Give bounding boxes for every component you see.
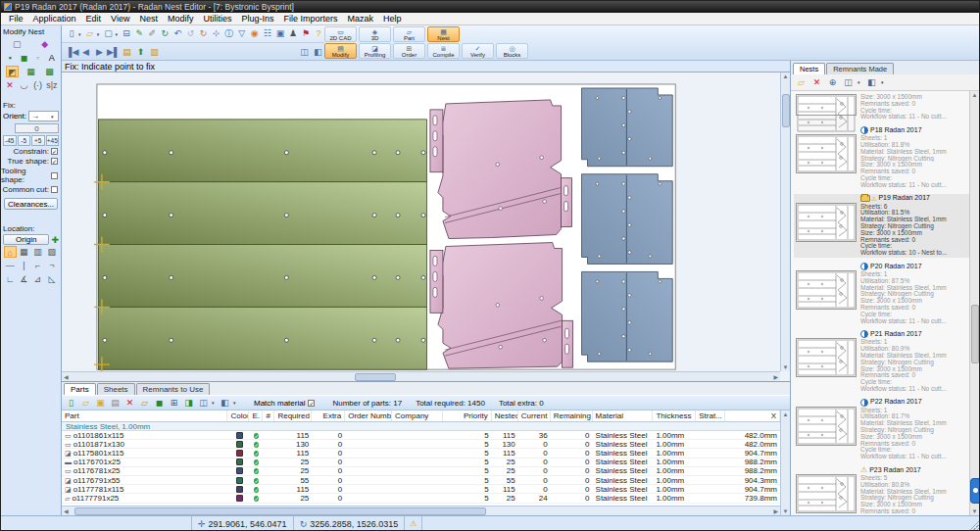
resize-grip[interactable]: [967, 518, 979, 530]
nest-entry[interactable]: ⚠P19 Radan 2017Sheets: 6Utilisation: 81.…: [794, 194, 969, 258]
rotate-tool-icon[interactable]: (·): [31, 79, 44, 91]
scroll-thumb[interactable]: [74, 507, 486, 515]
locate-angle-4-icon[interactable]: ◺: [45, 273, 58, 285]
mode-part-button[interactable]: ▱Part: [393, 26, 425, 42]
column-header-e[interactable]: E.: [249, 410, 263, 421]
menu-item-utilities[interactable]: Utilities: [198, 13, 236, 24]
mode-nest-button[interactable]: ▦Nest: [427, 26, 460, 42]
toolbar-remnant-tools-icon[interactable]: ⬆: [134, 46, 147, 59]
menu-item-modify[interactable]: Modify: [163, 13, 199, 24]
nest-entry[interactable]: P22 Radan 2017Sheets: 1Utilisation: 81.7…: [794, 398, 969, 461]
nest-entry[interactable]: P21 Radan 2017Sheets: 1Utilisation: 80.9…: [794, 329, 969, 393]
toolbar-new-icon[interactable]: ▯: [66, 27, 77, 40]
constrain-checkbox[interactable]: ✓: [51, 148, 58, 155]
status-warning[interactable]: ⚠: [405, 516, 422, 531]
column-header-nested[interactable]: Nested: [492, 410, 518, 421]
toolbar-sheet-edit-icon[interactable]: ▥: [148, 46, 161, 59]
part-tool-icon[interactable]: ◼: [18, 52, 30, 64]
mode-2d-cad-button[interactable]: ▭2D CAD: [324, 26, 357, 42]
nest-canvas[interactable]: ▲ ▼ ◀ ▶: [62, 72, 790, 381]
toolbar-save-icon[interactable]: ▢: [102, 27, 114, 40]
toolbar-add-part-icon[interactable]: ▣: [94, 397, 107, 410]
toolbar-open-nest-icon[interactable]: ▱: [795, 76, 808, 89]
column-header-material[interactable]: Material: [593, 410, 654, 421]
toolbar-user-icon[interactable]: ♟: [287, 27, 299, 40]
column-header-order-number[interactable]: Order Number: [345, 410, 392, 421]
block-array-tool-icon[interactable]: ▩: [43, 66, 56, 77]
table-row[interactable]: ▱o1177791x25✓250525240Stainless Steel1.0…: [62, 494, 780, 503]
toolbar-view-details-icon[interactable]: ◧: [865, 76, 878, 89]
menu-item-nest[interactable]: Nest: [134, 13, 163, 24]
column-header-colour[interactable]: Colour: [227, 410, 249, 421]
tab-remnants-made[interactable]: Remnants Made: [826, 63, 894, 74]
column-header-strat[interactable]: Strat...: [696, 410, 725, 421]
column-header-company[interactable]: Company: [392, 410, 443, 421]
toolbar-sheet-tools-icon[interactable]: ▤: [121, 46, 133, 59]
chevron-down-icon[interactable]: ▾: [78, 31, 83, 37]
mode-blocks-button[interactable]: ◎Blocks: [496, 43, 528, 59]
angle-45-button[interactable]: +45: [46, 135, 60, 146]
chevron-down-icon[interactable]: ▾: [233, 400, 238, 406]
nest-entry[interactable]: P18 Radan 2017Sheets: 1Utilisation: 81.8…: [794, 125, 969, 189]
nest-entry[interactable]: ⚠P23 Radan 2017Sheets: 5Utilisation: 80.…: [794, 465, 969, 515]
title-bar[interactable]: P19 Radan 2017 (Radan 2017) - Radan Nest…: [1, 1, 979, 13]
scroll-up-icon[interactable]: ▲: [781, 410, 791, 418]
toolbar-window-view-icon[interactable]: ▣: [274, 27, 286, 40]
toolbar-undo-icon[interactable]: ↶: [172, 27, 183, 40]
toolbar-new-part-icon[interactable]: ▯: [65, 397, 77, 410]
toolbar-annotate-icon[interactable]: ✐: [146, 27, 158, 40]
scroll-down-icon[interactable]: ▼: [781, 363, 791, 371]
toolbar-print-icon[interactable]: ⊟: [121, 27, 132, 40]
toolbar-paste-part-icon[interactable]: ▤: [109, 397, 122, 410]
toolbar-datum-icon[interactable]: ⊕: [826, 76, 839, 89]
toolbar-layers-icon[interactable]: ☷: [262, 27, 273, 40]
table-horizontal-scrollbar[interactable]: ◀ ▶: [62, 506, 780, 515]
menu-item-help[interactable]: Help: [378, 13, 407, 24]
scroll-thumb[interactable]: [971, 305, 979, 363]
toolbar-browser-icon[interactable]: ◉: [249, 27, 261, 40]
scroll-right-icon[interactable]: ▶: [771, 372, 780, 381]
small-part-tool-icon[interactable]: ▪: [4, 52, 17, 64]
scroll-thumb[interactable]: [355, 373, 396, 381]
mode-compile-button[interactable]: ≣Compile: [427, 43, 460, 59]
angle-5-button[interactable]: -5: [18, 135, 31, 146]
common-cut-checkbox[interactable]: [51, 186, 58, 193]
menu-item-file[interactable]: File: [4, 13, 28, 24]
menu-item-view[interactable]: View: [106, 13, 134, 24]
toolbar-redo-icon[interactable]: ↺: [184, 27, 196, 40]
locate-edge-h-icon[interactable]: —: [4, 260, 17, 271]
locate-grid-2-icon[interactable]: ▥: [31, 246, 44, 258]
tab-remnants-to-use[interactable]: Remnants to Use: [136, 383, 211, 395]
scroll-thumb[interactable]: [782, 94, 790, 127]
locate-home-icon[interactable]: ⌂: [4, 246, 17, 258]
array-tool-icon[interactable]: ▦: [24, 66, 37, 77]
chevron-down-icon[interactable]: ▾: [212, 400, 217, 406]
delete-tool-icon[interactable]: ✕: [4, 79, 17, 91]
remote-support-tab[interactable]: [970, 478, 979, 504]
angle-45-button[interactable]: -45: [3, 135, 17, 146]
locate-edge-v-icon[interactable]: |: [18, 260, 30, 271]
toolbar-filter-icon[interactable]: ▽: [236, 27, 248, 40]
menu-item-plug-ins[interactable]: Plug-Ins: [236, 13, 278, 24]
scroll-left-icon[interactable]: ◀: [62, 507, 71, 515]
toolbar-layout-split-icon[interactable]: ◧: [312, 46, 324, 59]
text-tool-icon[interactable]: A: [45, 52, 58, 64]
menu-item-mazak[interactable]: Mazak: [343, 13, 379, 24]
toolbar-snap-icon[interactable]: ⊹: [211, 27, 222, 40]
mode-modify-button[interactable]: ▤Modify: [324, 43, 357, 59]
toolbar-first-nest-icon[interactable]: ▐◀: [66, 46, 78, 59]
toolbar-insert-part-icon[interactable]: ◼: [153, 397, 166, 410]
chevron-down-icon[interactable]: ▾: [858, 79, 862, 85]
menu-item-edit[interactable]: Edit: [81, 13, 107, 24]
tooling-shape-checkbox[interactable]: [51, 172, 58, 179]
toolbar-refresh-icon[interactable]: ↻: [197, 27, 209, 40]
mode-verify-button[interactable]: ✓Verify: [462, 43, 494, 59]
menu-item-application[interactable]: Application: [28, 13, 81, 24]
locate-grid-icon[interactable]: ▦: [18, 246, 30, 258]
orient-select[interactable]: → ▾: [28, 111, 59, 121]
nests-scrollbar[interactable]: ▲ ▼: [969, 91, 979, 515]
scroll-down-icon[interactable]: ▼: [970, 507, 980, 515]
locate-grid-3-icon[interactable]: ▨: [45, 246, 58, 258]
toolbar-open-part-icon[interactable]: ▱: [79, 397, 92, 410]
ghost-tool-icon[interactable]: ▫: [31, 52, 44, 64]
